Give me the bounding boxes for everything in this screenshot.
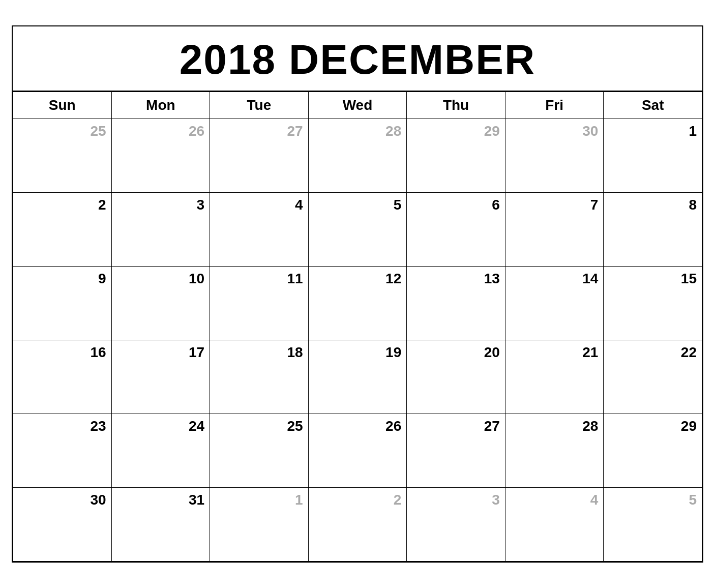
calendar-day-cell[interactable]: 5 <box>308 193 407 267</box>
day-of-week-header: Tue <box>210 92 309 119</box>
calendar-day-cell[interactable]: 4 <box>505 488 604 562</box>
calendar-title: 2018 DECEMBER <box>13 26 702 92</box>
day-of-week-header: Sun <box>13 92 112 119</box>
calendar-day-cell[interactable]: 1 <box>210 488 309 562</box>
calendar-day-cell[interactable]: 25 <box>210 414 309 488</box>
calendar-day-cell[interactable]: 7 <box>505 193 604 267</box>
calendar-container: 2018 DECEMBER SunMonTueWedThuFriSat 2526… <box>12 25 703 563</box>
calendar-day-cell[interactable]: 15 <box>604 267 702 340</box>
calendar-day-cell[interactable]: 18 <box>210 340 309 414</box>
calendar-day-cell[interactable]: 29 <box>604 414 702 488</box>
calendar-day-cell[interactable]: 13 <box>407 267 505 340</box>
day-of-week-header: Fri <box>505 92 604 119</box>
calendar-day-cell[interactable]: 16 <box>13 340 112 414</box>
calendar-day-cell[interactable]: 29 <box>407 119 505 193</box>
calendar-day-cell[interactable]: 17 <box>111 340 210 414</box>
calendar-day-cell[interactable]: 4 <box>210 193 309 267</box>
calendar-day-cell[interactable]: 27 <box>407 414 505 488</box>
calendar-day-cell[interactable]: 6 <box>407 193 505 267</box>
calendar-week-row: 23242526272829 <box>13 414 702 488</box>
calendar-day-cell[interactable]: 1 <box>604 119 702 193</box>
calendar-week-row: 303112345 <box>13 488 702 562</box>
calendar-day-cell[interactable]: 5 <box>604 488 702 562</box>
calendar-day-cell[interactable]: 20 <box>407 340 505 414</box>
calendar-grid: SunMonTueWedThuFriSat 252627282930123456… <box>13 92 702 562</box>
calendar-day-cell[interactable]: 24 <box>111 414 210 488</box>
calendar-day-cell[interactable]: 28 <box>505 414 604 488</box>
calendar-day-cell[interactable]: 11 <box>210 267 309 340</box>
calendar-day-cell[interactable]: 2 <box>308 488 407 562</box>
calendar-day-cell[interactable]: 14 <box>505 267 604 340</box>
calendar-day-cell[interactable]: 25 <box>13 119 112 193</box>
calendar-day-cell[interactable]: 30 <box>505 119 604 193</box>
calendar-day-cell[interactable]: 27 <box>210 119 309 193</box>
calendar-day-cell[interactable]: 3 <box>111 193 210 267</box>
day-of-week-header: Thu <box>407 92 505 119</box>
calendar-day-cell[interactable]: 8 <box>604 193 702 267</box>
calendar-week-row: 2345678 <box>13 193 702 267</box>
calendar-day-cell[interactable]: 22 <box>604 340 702 414</box>
calendar-body: 2526272829301234567891011121314151617181… <box>13 119 702 562</box>
calendar-week-row: 9101112131415 <box>13 267 702 340</box>
calendar-day-cell[interactable]: 28 <box>308 119 407 193</box>
calendar-day-cell[interactable]: 26 <box>308 414 407 488</box>
calendar-day-cell[interactable]: 31 <box>111 488 210 562</box>
calendar-day-cell[interactable]: 26 <box>111 119 210 193</box>
day-of-week-header: Mon <box>111 92 210 119</box>
calendar-day-cell[interactable]: 10 <box>111 267 210 340</box>
calendar-day-cell[interactable]: 2 <box>13 193 112 267</box>
calendar-week-row: 16171819202122 <box>13 340 702 414</box>
calendar-day-cell[interactable]: 23 <box>13 414 112 488</box>
calendar-week-row: 2526272829301 <box>13 119 702 193</box>
days-of-week-row: SunMonTueWedThuFriSat <box>13 92 702 119</box>
day-of-week-header: Sat <box>604 92 702 119</box>
calendar-day-cell[interactable]: 21 <box>505 340 604 414</box>
day-of-week-header: Wed <box>308 92 407 119</box>
calendar-day-cell[interactable]: 9 <box>13 267 112 340</box>
calendar-day-cell[interactable]: 12 <box>308 267 407 340</box>
calendar-day-cell[interactable]: 30 <box>13 488 112 562</box>
calendar-day-cell[interactable]: 3 <box>407 488 505 562</box>
calendar-day-cell[interactable]: 19 <box>308 340 407 414</box>
